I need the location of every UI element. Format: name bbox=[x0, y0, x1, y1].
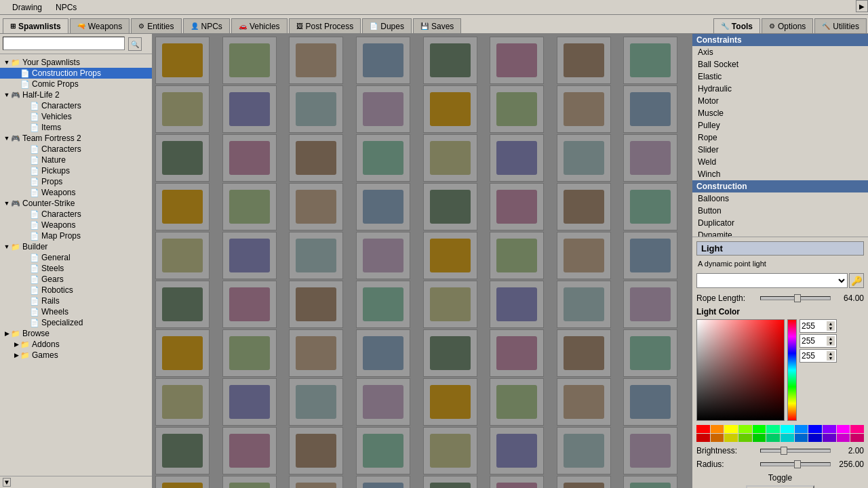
tab-utilities[interactable]: 🔨 Utilities bbox=[814, 18, 867, 33]
tree-item-builder-steels[interactable]: 📄Steels bbox=[0, 263, 152, 274]
light-key-button[interactable]: 🔑 bbox=[849, 273, 864, 288]
content-item-0[interactable] bbox=[155, 37, 210, 84]
content-item-56[interactable] bbox=[155, 378, 210, 426]
color-swatch-7[interactable] bbox=[795, 425, 808, 433]
color-swatch-13[interactable] bbox=[711, 434, 724, 442]
content-item-47[interactable] bbox=[623, 281, 677, 328]
tree-item-half-life-2[interactable]: ▼🎮Half-Life 2 bbox=[0, 89, 152, 100]
content-item-70[interactable] bbox=[557, 427, 611, 474]
content-item-58[interactable] bbox=[289, 378, 343, 426]
content-item-71[interactable] bbox=[623, 427, 677, 474]
tree-item-tf2-pickups[interactable]: 📄Pickups bbox=[0, 165, 152, 176]
construction-item-dynamite[interactable]: Dynamite bbox=[692, 229, 868, 237]
color-swatch-4[interactable] bbox=[753, 425, 766, 433]
content-item-49[interactable] bbox=[222, 329, 277, 377]
tree-item-tf2-characters[interactable]: 📄Characters bbox=[0, 144, 152, 155]
tab-saves[interactable]: 💾 Saves bbox=[413, 18, 461, 33]
color-swatch-14[interactable] bbox=[724, 434, 738, 442]
rgb-blue-up[interactable]: ▲ bbox=[827, 351, 835, 356]
content-item-26[interactable] bbox=[289, 183, 343, 230]
content-item-52[interactable] bbox=[423, 329, 477, 377]
content-item-59[interactable] bbox=[356, 378, 410, 426]
content-scroll[interactable] bbox=[153, 34, 692, 488]
content-item-40[interactable] bbox=[155, 281, 210, 328]
content-item-20[interactable] bbox=[423, 134, 477, 182]
tree-item-cs-characters[interactable]: 📄Characters bbox=[0, 209, 152, 220]
rgb-green-input[interactable]: 255 ▲ ▼ bbox=[800, 334, 837, 348]
content-item-39[interactable] bbox=[623, 232, 677, 279]
tree-item-builder[interactable]: ▼📁Builder bbox=[0, 241, 152, 252]
content-item-27[interactable] bbox=[356, 183, 410, 230]
search-button[interactable]: 🔍 bbox=[128, 37, 142, 51]
content-item-62[interactable] bbox=[557, 378, 611, 426]
tree-expand-addons[interactable]: ▶ bbox=[12, 341, 20, 348]
tree-expand-counter-strike[interactable]: ▼ bbox=[3, 200, 11, 207]
constraint-item-slider[interactable]: Slider bbox=[692, 144, 868, 156]
content-item-43[interactable] bbox=[356, 281, 410, 328]
constraint-item-axis[interactable]: Axis bbox=[692, 46, 868, 58]
content-item-46[interactable] bbox=[557, 281, 611, 328]
rgb-blue-down[interactable]: ▼ bbox=[827, 356, 835, 361]
content-item-42[interactable] bbox=[289, 281, 343, 328]
color-swatch-19[interactable] bbox=[795, 434, 808, 442]
tab-dupes[interactable]: 📄 Dupes bbox=[362, 18, 412, 33]
color-swatch-15[interactable] bbox=[738, 434, 752, 442]
tree-item-cs-mapprops[interactable]: 📄Map Props bbox=[0, 230, 152, 241]
tab-vehicles[interactable]: 🚗 Vehicles bbox=[231, 18, 288, 33]
content-item-28[interactable] bbox=[423, 183, 477, 230]
constraint-item-pulley[interactable]: Pulley bbox=[692, 119, 868, 131]
content-item-69[interactable] bbox=[490, 427, 544, 474]
menu-drawing[interactable]: Drawing bbox=[5, 1, 49, 14]
color-swatch-1[interactable] bbox=[711, 425, 724, 433]
content-item-2[interactable] bbox=[289, 37, 343, 84]
color-swatch-22[interactable] bbox=[837, 434, 850, 442]
color-gradient-container[interactable] bbox=[696, 319, 785, 421]
constraint-item-muscle[interactable]: Muscle bbox=[692, 107, 868, 119]
content-item-73[interactable] bbox=[222, 476, 277, 488]
tree-expand-your-spawnlists[interactable]: ▼ bbox=[3, 59, 11, 66]
content-item-11[interactable] bbox=[356, 85, 410, 133]
content-item-75[interactable] bbox=[356, 476, 410, 488]
tab-entities[interactable]: ⚙ Entities bbox=[131, 18, 181, 33]
color-swatch-18[interactable] bbox=[781, 434, 794, 442]
color-swatch-10[interactable] bbox=[837, 425, 850, 433]
rgb-green-up[interactable]: ▲ bbox=[827, 336, 835, 341]
content-item-13[interactable] bbox=[490, 85, 544, 133]
tree-item-counter-strike[interactable]: ▼🎮Counter-Strike bbox=[0, 198, 152, 209]
rgb-red-up[interactable]: ▲ bbox=[827, 321, 835, 326]
tree-item-builder-gears[interactable]: 📄Gears bbox=[0, 274, 152, 285]
rgb-green-down[interactable]: ▼ bbox=[827, 341, 835, 346]
content-item-12[interactable] bbox=[423, 85, 477, 133]
content-item-32[interactable] bbox=[155, 232, 210, 279]
content-item-24[interactable] bbox=[155, 183, 210, 230]
content-item-18[interactable] bbox=[289, 134, 343, 182]
tree-item-construction-props[interactable]: 📄Construction Props bbox=[0, 68, 152, 79]
constraint-item-weld[interactable]: Weld bbox=[692, 156, 868, 168]
tree-expand-browse[interactable]: ▶ bbox=[3, 330, 11, 337]
none-button[interactable]: NONE bbox=[746, 485, 815, 488]
color-swatch-5[interactable] bbox=[766, 425, 780, 433]
content-item-66[interactable] bbox=[289, 427, 343, 474]
content-item-79[interactable] bbox=[623, 476, 677, 488]
tab-tools[interactable]: 🔧 Tools bbox=[713, 18, 760, 33]
color-swatch-23[interactable] bbox=[850, 434, 864, 442]
tree-item-builder-wheels[interactable]: 📄Wheels bbox=[0, 306, 152, 317]
content-item-54[interactable] bbox=[557, 329, 611, 377]
color-gradient[interactable] bbox=[696, 319, 785, 421]
color-swatch-0[interactable] bbox=[696, 425, 710, 433]
tree-item-addons[interactable]: ▶📁Addons bbox=[0, 339, 152, 350]
rgb-blue-input[interactable]: 255 ▲ ▼ bbox=[800, 349, 837, 363]
tree-item-team-fortress-2[interactable]: ▼🎮Team Fortress 2 bbox=[0, 133, 152, 144]
color-swatch-12[interactable] bbox=[696, 434, 710, 442]
content-item-31[interactable] bbox=[623, 183, 677, 230]
construction-item-balloons[interactable]: Balloons bbox=[692, 192, 868, 205]
color-swatch-2[interactable] bbox=[724, 425, 738, 433]
content-item-50[interactable] bbox=[289, 329, 343, 377]
tab-options[interactable]: ⚙ Options bbox=[762, 18, 813, 33]
content-item-8[interactable] bbox=[155, 85, 210, 133]
content-item-57[interactable] bbox=[222, 378, 277, 426]
tree-expand-half-life-2[interactable]: ▼ bbox=[3, 92, 11, 98]
content-item-74[interactable] bbox=[289, 476, 343, 488]
content-item-1[interactable] bbox=[222, 37, 277, 84]
content-item-67[interactable] bbox=[356, 427, 410, 474]
